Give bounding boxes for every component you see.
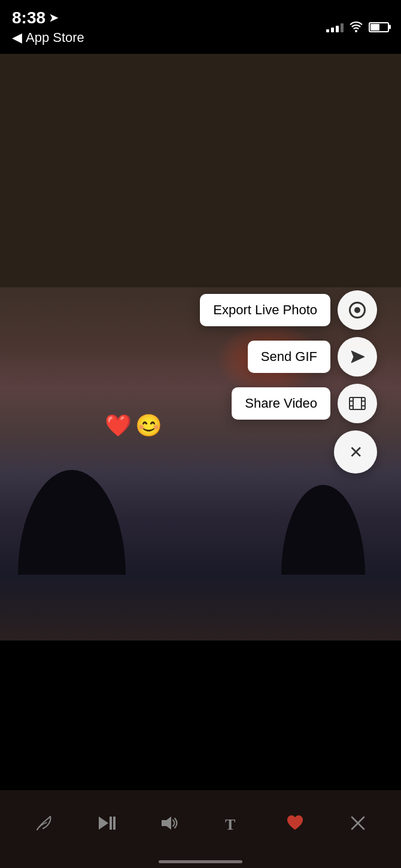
svg-marker-11 bbox=[162, 817, 171, 830]
bottom-toolbar: T bbox=[0, 790, 401, 868]
text-button[interactable]: T bbox=[216, 807, 248, 839]
signal-icon bbox=[326, 22, 344, 32]
send-gif-label[interactable]: Send GIF bbox=[248, 341, 330, 373]
close-button[interactable] bbox=[342, 807, 374, 839]
svg-rect-1 bbox=[350, 397, 365, 409]
svg-text:T: T bbox=[225, 816, 235, 833]
livephoto-icon bbox=[348, 301, 366, 319]
send-gif-button[interactable] bbox=[338, 337, 377, 377]
svg-rect-9 bbox=[110, 817, 112, 830]
export-live-photo-button[interactable] bbox=[338, 290, 377, 330]
send-gif-row: Send GIF bbox=[248, 337, 377, 377]
battery-icon bbox=[369, 22, 389, 32]
status-left: 8:38 ➤ ◀ App Store bbox=[12, 8, 84, 45]
app-store-label: App Store bbox=[26, 30, 84, 45]
status-right bbox=[326, 22, 389, 32]
close-icon: ✕ bbox=[349, 442, 363, 462]
time-display: 8:38 bbox=[12, 8, 45, 28]
heart-button[interactable] bbox=[279, 807, 311, 839]
share-video-label[interactable]: Share Video bbox=[232, 387, 330, 420]
home-indicator bbox=[159, 860, 242, 863]
heart-emoji: ❤️ bbox=[105, 413, 132, 438]
share-video-row: Share Video bbox=[232, 384, 377, 423]
svg-rect-10 bbox=[113, 817, 116, 830]
back-arrow-icon: ◀ bbox=[12, 30, 22, 45]
film-icon bbox=[349, 396, 366, 411]
status-time: 8:38 ➤ bbox=[12, 8, 84, 28]
skip-button[interactable] bbox=[90, 807, 123, 839]
share-video-button[interactable] bbox=[338, 384, 377, 423]
close-menu-button[interactable]: ✕ bbox=[334, 430, 377, 474]
status-bar: 8:38 ➤ ◀ App Store bbox=[0, 0, 401, 54]
export-live-photo-row: Export Live Photo bbox=[200, 290, 377, 330]
export-live-photo-label[interactable]: Export Live Photo bbox=[200, 294, 330, 326]
silhouette-left bbox=[18, 365, 126, 575]
face-emoji: 😊 bbox=[135, 413, 162, 438]
send-icon bbox=[349, 348, 366, 365]
svg-marker-8 bbox=[99, 817, 108, 830]
svg-marker-0 bbox=[351, 351, 364, 363]
feather-button[interactable] bbox=[28, 807, 60, 839]
back-nav[interactable]: ◀ App Store bbox=[12, 30, 84, 45]
wifi-icon bbox=[350, 22, 363, 32]
emoji-overlay: ❤️ 😊 bbox=[105, 413, 162, 438]
bottom-dark-section bbox=[0, 575, 401, 641]
context-menu: Export Live Photo Send GIF Share Video bbox=[200, 290, 377, 474]
location-icon: ➤ bbox=[49, 11, 58, 25]
volume-button[interactable] bbox=[153, 807, 186, 839]
top-dark-section bbox=[0, 54, 401, 287]
